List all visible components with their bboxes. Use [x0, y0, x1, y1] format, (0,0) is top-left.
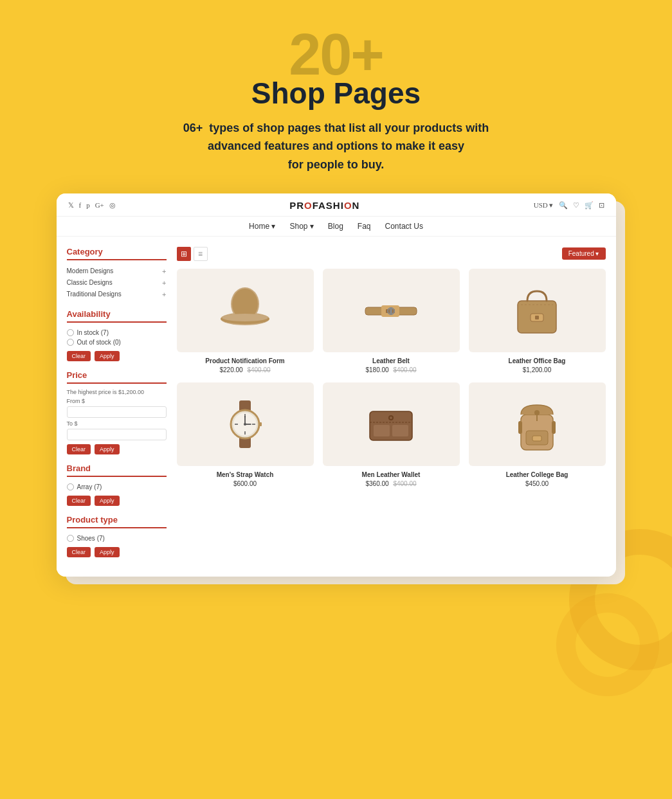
radio-icon [67, 535, 74, 542]
google-plus-icon[interactable]: G+ [95, 201, 104, 209]
list-view-button[interactable]: ≡ [194, 247, 208, 261]
top-actions: USD ▾ 🔍 ♡ 🛒 ⊡ [534, 201, 604, 210]
nav-faq[interactable]: Faq [358, 222, 371, 231]
product-price-hat: $220.00 $400.00 [177, 366, 314, 373]
sidebar-brand-section: Brand Array (7) Clear Apply [67, 463, 167, 506]
radio-icon [67, 329, 74, 336]
grid-toolbar: ⊞ ≡ Featured ▾ [177, 247, 606, 261]
product-price-wallet: $360.00 $400.00 [323, 480, 460, 487]
product-price-office-bag: $1,200.00 [469, 366, 606, 373]
product-card-hat[interactable]: Product Notification Form $220.00 $400.0… [177, 269, 314, 373]
price-clear-button[interactable]: Clear [67, 444, 91, 454]
expand-icon: + [162, 267, 166, 275]
category-modern-label: Modern Designs [67, 267, 114, 274]
nav-shop[interactable]: Shop ▾ [289, 222, 313, 231]
facebook-icon[interactable]: f [79, 201, 82, 209]
account-icon[interactable]: ⊡ [599, 201, 604, 210]
product-price-college-bag: $450.00 [469, 480, 606, 487]
svg-point-4 [222, 314, 268, 321]
browser-wrapper: 𝕏 f p G+ ◎ PROFASHION USD ▾ 🔍 ♡ 🛒 ⊡ Home… [57, 193, 616, 577]
availability-clear-button[interactable]: Clear [67, 351, 91, 361]
view-icons: ⊞ ≡ [177, 247, 208, 261]
pinterest-icon[interactable]: p [86, 201, 90, 209]
category-classic-label: Classic Designs [67, 279, 113, 286]
brand-array-label: Array (7) [77, 483, 102, 490]
product-type-title: Product type [67, 515, 167, 528]
twitter-icon[interactable]: 𝕏 [68, 201, 74, 210]
instagram-icon[interactable]: ◎ [109, 201, 116, 210]
price-from-input[interactable] [67, 406, 167, 418]
price-buttons: Clear Apply [67, 444, 167, 454]
brand-array[interactable]: Array (7) [67, 482, 167, 492]
product-image-watch [177, 382, 314, 466]
availability-buttons: Clear Apply [67, 351, 167, 361]
product-name-belt: Leather Belt [323, 357, 460, 364]
product-card-belt[interactable]: Leather Belt $180.00 $400.00 [323, 269, 460, 373]
from-label: From $ [67, 398, 167, 404]
svg-rect-14 [535, 316, 539, 319]
currency-selector[interactable]: USD ▾ [534, 201, 554, 210]
brand-logo: PROFASHION [289, 200, 359, 211]
sidebar-availability-section: Availability In stock (7) Out of stock (… [67, 309, 167, 361]
sort-dropdown[interactable]: Featured ▾ [562, 247, 606, 260]
bg-decoration-2 [556, 593, 659, 696]
product-image-college-bag [469, 382, 606, 466]
product-name-wallet: Men Leather Wallet [323, 471, 460, 478]
search-icon[interactable]: 🔍 [559, 201, 568, 210]
product-image-office-bag [469, 269, 606, 352]
product-type-clear-button[interactable]: Clear [67, 547, 91, 557]
sort-label: Featured ▾ [568, 250, 599, 257]
product-name-office-bag: Leather Office Bag [469, 357, 606, 364]
svg-rect-43 [552, 421, 556, 434]
brand-clear-button[interactable]: Clear [67, 496, 91, 506]
nav-home[interactable]: Home ▾ [249, 222, 275, 231]
nav-contact[interactable]: Contact Us [385, 222, 423, 231]
browser-navbar: Home ▾ Shop ▾ Blog Faq Contact Us [57, 217, 616, 237]
product-card-watch[interactable]: Men's Strap Watch $600.00 [177, 382, 314, 487]
product-image-hat [177, 269, 314, 352]
brand-buttons: Clear Apply [67, 496, 167, 506]
product-card-wallet[interactable]: Men Leather Wallet $360.00 $400.00 [323, 382, 460, 487]
expand-icon: + [162, 279, 166, 287]
category-traditional[interactable]: Traditional Designs + [67, 289, 167, 300]
brand-title: Brand [67, 463, 167, 477]
grid-view-button[interactable]: ⊞ [177, 247, 191, 261]
browser-topbar: 𝕏 f p G+ ◎ PROFASHION USD ▾ 🔍 ♡ 🛒 ⊡ [57, 193, 616, 217]
price-apply-button[interactable]: Apply [95, 444, 120, 454]
office-bag-svg [508, 282, 566, 339]
svg-point-35 [390, 417, 392, 419]
availability-apply-button[interactable]: Apply [95, 351, 120, 361]
svg-rect-28 [259, 422, 262, 426]
hero-section: 20+ Shop Pages 06+ types of shop pages t… [183, 26, 489, 174]
product-grid: Product Notification Form $220.00 $400.0… [177, 269, 606, 487]
product-card-college-bag[interactable]: Leather College Bag $450.00 [469, 382, 606, 487]
product-type-shoes[interactable]: Shoes (7) [67, 534, 167, 543]
price-to-input[interactable] [67, 429, 167, 440]
category-classic[interactable]: Classic Designs + [67, 277, 167, 289]
watch-svg [216, 395, 274, 453]
to-label: To $ [67, 420, 167, 427]
svg-rect-33 [392, 425, 408, 436]
sidebar-price-section: Price The highest price is $1,200.00 Fro… [67, 370, 167, 454]
category-traditional-label: Traditional Designs [67, 291, 122, 298]
product-card-office-bag[interactable]: Leather Office Bag $1,200.00 [469, 269, 606, 373]
brand-apply-button[interactable]: Apply [95, 496, 120, 506]
college-bag-svg [508, 395, 566, 453]
hat-svg [216, 282, 274, 339]
wallet-svg [362, 395, 420, 453]
sidebar-category-section: Category Modern Designs + Classic Design… [67, 247, 167, 300]
wishlist-icon[interactable]: ♡ [573, 201, 579, 210]
product-type-apply-button[interactable]: Apply [95, 547, 120, 557]
hero-title: Shop Pages [183, 77, 489, 110]
shop-content: Category Modern Designs + Classic Design… [57, 237, 616, 577]
hero-number: 20+ [183, 26, 489, 84]
out-of-stock-label: Out of stock (0) [77, 339, 121, 346]
nav-blog[interactable]: Blog [328, 222, 343, 231]
cart-icon[interactable]: 🛒 [585, 201, 594, 210]
product-name-college-bag: Leather College Bag [469, 471, 606, 478]
belt-svg [362, 282, 420, 339]
product-image-wallet [323, 382, 460, 466]
availability-out-of-stock[interactable]: Out of stock (0) [67, 337, 167, 347]
category-modern[interactable]: Modern Designs + [67, 265, 167, 277]
availability-in-stock[interactable]: In stock (7) [67, 328, 167, 337]
